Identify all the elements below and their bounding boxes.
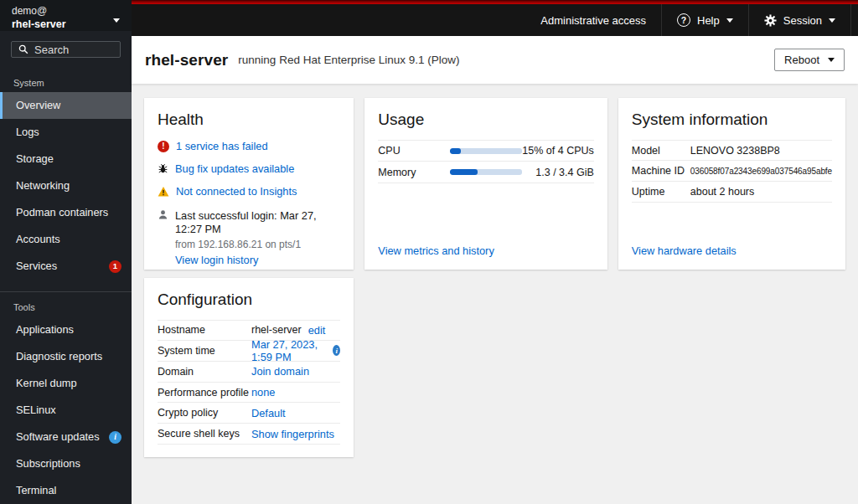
bug-icon <box>158 163 168 174</box>
current-host: rhel-server <box>12 18 120 31</box>
cpu-usage-row: CPU 15% of 4 CPUs <box>378 140 593 162</box>
cpu-usage-value: 15% of 4 CPUs <box>522 145 593 157</box>
host-switcher[interactable]: demo@ rhel-server <box>0 0 132 31</box>
exclamation-circle-icon: ! <box>158 141 169 152</box>
administrative-access-button[interactable]: Administrative access <box>525 4 661 36</box>
uptime-value: about 2 hours <box>690 186 754 198</box>
chevron-down-icon <box>828 58 835 62</box>
health-card-title: Health <box>158 111 340 129</box>
insights-link[interactable]: Not connected to Insights <box>176 185 297 198</box>
sidebar-item-terminal[interactable]: Terminal <box>0 477 132 504</box>
chevron-down-icon <box>113 18 120 23</box>
health-card: Health ! 1 service has failed <box>144 98 354 270</box>
sidebar-nav: System Overview Logs Storage Networking … <box>0 64 132 504</box>
uptime-row: Uptime about 2 hours <box>632 182 832 203</box>
sidebar-item-diagnostic-reports[interactable]: Diagnostic reports <box>0 343 132 370</box>
sidebar-item-accounts[interactable]: Accounts <box>0 226 132 253</box>
services-failed-badge: 1 <box>109 260 121 273</box>
search-input[interactable] <box>34 44 113 56</box>
hostname-value: rhel-server <box>251 324 302 336</box>
edit-hostname-link[interactable]: edit <box>308 324 326 337</box>
system-information-card: System information Model LENOVO 3238BP8 … <box>618 98 845 270</box>
crypto-policy-row: Crypto policy Default <box>158 403 340 424</box>
sidebar-item-kernel-dump[interactable]: Kernel dump <box>0 370 132 397</box>
model-row: Model LENOVO 3238BP8 <box>632 140 832 161</box>
sidebar-item-software-updates[interactable]: Software updatesi <box>0 424 132 450</box>
sidebar-item-selinux[interactable]: SELinux <box>0 397 132 424</box>
cpu-label: CPU <box>378 145 450 157</box>
sidebar-item-networking[interactable]: Networking <box>0 172 132 199</box>
chevron-down-icon <box>829 18 835 23</box>
crypto-policy-link[interactable]: Default <box>251 407 286 419</box>
gear-icon <box>764 14 777 27</box>
last-login-block: Last successful login: Mar 27, 12:27 PM … <box>158 209 340 266</box>
view-hardware-details-link[interactable]: View hardware details <box>632 244 832 257</box>
memory-usage-value: 1.3 / 3.4 GiB <box>535 167 593 178</box>
system-time-link[interactable]: Mar 27, 2023, 1:59 PM <box>251 338 326 363</box>
sidebar-item-applications[interactable]: Applications <box>0 316 132 343</box>
model-value: LENOVO 3238BP8 <box>690 145 780 157</box>
app-window: demo@ rhel-server System Overview Logs S… <box>0 0 858 504</box>
nav-section-tools: Tools Applications Diagnostic reports Ke… <box>0 291 132 504</box>
sidebar-item-subscriptions[interactable]: Subscriptions <box>0 450 132 477</box>
health-alert-updates: Bug fix updates available <box>158 162 340 175</box>
bug-fix-updates-link[interactable]: Bug fix updates available <box>175 162 294 175</box>
memory-usage-row: Memory 1.3 / 3.4 GiB <box>378 162 593 183</box>
service-failed-link[interactable]: 1 service has failed <box>176 140 268 152</box>
health-alert-services: ! 1 service has failed <box>158 140 340 152</box>
show-fingerprints-link[interactable]: Show fingerprints <box>251 428 334 440</box>
system-information-title: System information <box>632 111 832 129</box>
configuration-title: Configuration <box>158 291 340 309</box>
user-icon <box>158 209 168 266</box>
top-bar: Administrative access ? Help <box>132 0 858 36</box>
view-login-history-link[interactable]: View login history <box>175 254 258 266</box>
software-updates-info-badge: i <box>109 431 121 444</box>
usage-card-title: Usage <box>378 111 593 129</box>
sidebar-item-logs[interactable]: Logs <box>0 119 132 146</box>
sidebar-item-podman-containers[interactable]: Podman containers <box>0 199 132 226</box>
usage-card: Usage CPU 15% of 4 CPUs Memory 1.3 / 3.4… <box>364 98 607 270</box>
page-header: rhel-server running Red Hat Enterprise L… <box>132 36 858 84</box>
health-alert-insights: Not connected to Insights <box>158 185 340 198</box>
help-icon: ? <box>677 13 690 27</box>
memory-label: Memory <box>378 167 450 178</box>
main-area: Administrative access ? Help <box>132 0 858 504</box>
page-subtitle: running Red Hat Enterprise Linux 9.1 (Pl… <box>238 54 459 66</box>
search-icon <box>18 44 28 54</box>
help-menu[interactable]: ? Help <box>661 4 748 36</box>
performance-profile-link[interactable]: none <box>251 386 275 399</box>
page-title: rhel-server <box>145 51 228 69</box>
machine-id-value: 036058f07a2343e699a037546a95abfe <box>690 167 832 176</box>
nav-section-system: System Overview Logs Storage Networking … <box>0 64 132 280</box>
nav-section-label: Tools <box>0 292 132 316</box>
logged-in-user: demo@ <box>12 5 120 18</box>
configuration-card: Configuration Hostname rhel-server edit … <box>144 278 354 457</box>
sidebar-item-services[interactable]: Services1 <box>0 253 132 280</box>
machine-id-row: Machine ID 036058f07a2343e699a037546a95a… <box>632 161 832 182</box>
sidebar-item-overview[interactable]: Overview <box>0 92 132 119</box>
last-login-text: Last successful login: Mar 27, 12:27 PM <box>175 209 340 236</box>
view-metrics-link[interactable]: View metrics and history <box>378 244 593 257</box>
sidebar: demo@ rhel-server System Overview Logs S… <box>0 0 132 504</box>
sidebar-item-storage[interactable]: Storage <box>0 146 132 172</box>
session-menu[interactable]: Session <box>748 4 851 36</box>
nav-section-label: System <box>0 64 132 92</box>
domain-row: Domain Join domain <box>158 362 340 383</box>
join-domain-link[interactable]: Join domain <box>251 365 309 378</box>
performance-profile-row: Performance profile none <box>158 383 340 404</box>
sidebar-search[interactable] <box>11 41 121 58</box>
warning-triangle-icon <box>158 186 169 198</box>
reboot-button[interactable]: Reboot <box>774 49 845 71</box>
memory-progress-bar <box>450 169 522 175</box>
chevron-down-icon <box>726 18 733 23</box>
page-content: Health ! 1 service has failed <box>132 84 858 504</box>
system-time-row: System time Mar 27, 2023, 1:59 PM i <box>158 341 340 362</box>
secure-shell-keys-row: Secure shell keys Show fingerprints <box>158 424 340 445</box>
cpu-progress-bar <box>450 148 522 154</box>
last-login-detail: from 192.168.86.21 on pts/1 <box>175 239 340 250</box>
info-icon[interactable]: i <box>333 345 340 356</box>
